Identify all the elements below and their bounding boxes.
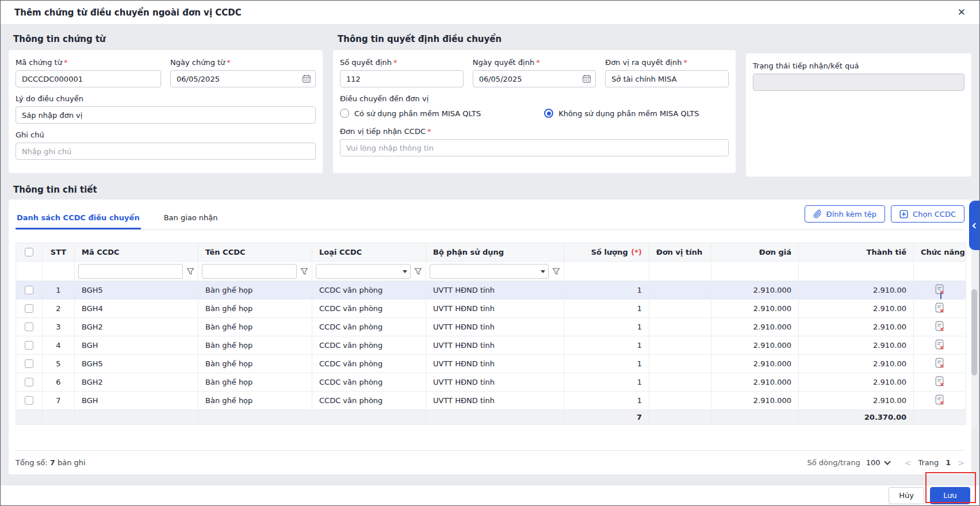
row-checkbox[interactable] [25,323,33,331]
dropdown-caret-icon[interactable] [541,270,545,273]
ccdc-table: STT Mã CCDC Tên CCDC Loại CCDC Bộ phận s… [16,243,964,425]
calendar-icon[interactable] [582,74,591,83]
table-row[interactable]: 4BGHBàn ghế họpCCDC văn phòngUVTT HĐND t… [16,336,966,355]
row-checkbox[interactable] [25,378,33,386]
ghi-chu-label: Ghi chú [16,131,316,139]
filter-ten-ccdc-input[interactable] [202,264,297,279]
select-all-checkbox[interactable] [25,248,33,256]
cell-so-luong: 1 [564,355,649,373]
filter-funnel-icon[interactable] [186,267,194,275]
remove-row-icon[interactable] [934,302,945,314]
remove-row-icon[interactable] [934,394,945,406]
next-page-button[interactable]: > [958,458,964,467]
save-button[interactable]: Lưu [930,487,970,504]
status-card: Trạng thái tiếp nhận/kết quả [746,53,971,177]
row-checkbox[interactable] [25,359,33,368]
transfer-document-dialog: Thêm chứng từ điều chuyển ngoài đơn vị C… [0,0,980,506]
decision-info-heading: Thông tin quyết định điều chuyển [338,34,736,44]
col-chuc-nang: Chức năng [914,243,966,262]
ma-chung-tu-input[interactable] [16,70,161,87]
remove-row-icon[interactable] [934,283,945,296]
remove-row-icon[interactable] [934,320,945,332]
don-vi-tiep-nhan-input[interactable] [340,139,729,156]
row-checkbox[interactable] [25,286,33,294]
attach-file-button[interactable]: Đính kèm tệp [805,205,886,223]
dialog-body: Thông tin chứng từ Mã chứng từ* Ngày chứ… [1,25,979,474]
table-row[interactable]: 1BGH5Bàn ghế họpCCDC văn phòngUVTT HĐND … [16,281,966,300]
tab-danh-sach-ccdc[interactable]: Danh sách CCDC điều chuyển [16,206,141,229]
so-quyet-dinh-input[interactable] [340,70,464,87]
table-scrollbar-thumb[interactable] [971,289,977,375]
table-row[interactable]: 2BGH4Bàn ghế họpCCDC văn phòngUVTT HĐND … [16,300,966,318]
ngay-quyet-dinh-input[interactable] [473,70,596,87]
table-row[interactable]: 6BGH2Bàn ghế họpCCDC văn phòngUVTT HĐND … [16,373,966,392]
table-pager: Tổng số: 7 bản ghi Số dòng/trang 100 < T… [16,450,964,474]
ly-do-input[interactable] [16,106,316,124]
cell-ma-ccdc: BGH5 [75,281,198,300]
don-vi-ra-quyet-dinh-input[interactable] [605,70,729,87]
row-checkbox[interactable] [25,304,33,313]
cell-ma-ccdc: BGH [75,336,198,355]
cell-don-vi-tinh [649,318,711,336]
filter-funnel-icon[interactable] [300,267,308,275]
table-row[interactable]: 5BGH5Bàn ghế họpCCDC văn phòngUVTT HĐND … [16,355,966,373]
dialog-titlebar: Thêm chứng từ điều chuyển ngoài đơn vị C… [1,1,979,25]
filter-funnel-icon[interactable] [414,267,422,275]
radio-co-su-dung-misa-qlts[interactable]: Có sử dụng phần mềm MISA QLTS [340,109,481,118]
cell-ma-ccdc: BGH2 [75,373,198,392]
ghi-chu-input[interactable] [16,143,316,160]
document-info-column: Thông tin chứng từ Mã chứng từ* Ngày chứ… [9,29,323,177]
software-radio-group: Có sử dụng phần mềm MISA QLTS Không sử d… [340,109,729,118]
ma-chung-tu-label: Mã chứng từ [16,58,62,67]
row-checkbox[interactable] [25,341,33,350]
cell-don-gia: 2.910.000 [711,336,799,355]
cell-bo-phan: UVTT HĐND tỉnh [426,355,564,373]
cell-bo-phan: UVTT HĐND tỉnh [426,392,564,410]
prev-page-button[interactable]: < [905,458,912,467]
radio-option-label: Có sử dụng phần mềm MISA QLTS [354,109,481,118]
cell-thanh-tien: 2.910.00 [799,392,914,410]
chevron-down-icon [884,458,890,465]
tab-ban-giao-nhan[interactable]: Ban giao nhận [163,206,219,229]
remove-row-icon[interactable] [934,339,945,351]
choose-ccdc-button[interactable]: Chọn CCDC [891,205,964,223]
table-scrollbar-track [971,249,977,428]
radio-selected-icon [544,109,553,118]
dropdown-caret-icon[interactable] [403,270,407,273]
calendar-icon[interactable] [302,74,311,83]
cell-ten-ccdc: Bàn ghế họp [198,318,312,336]
cell-ten-ccdc: Bàn ghế họp [198,300,312,318]
rows-per-page-select[interactable]: 100 [866,458,890,467]
ngay-chung-tu-input[interactable] [170,70,316,87]
filter-funnel-icon[interactable] [552,267,560,275]
filter-loai-ccdc-select[interactable] [316,264,411,279]
remove-row-icon[interactable] [934,375,945,388]
required-asterisk: * [227,58,231,67]
cell-thanh-tien: 2.910.00 [799,281,914,300]
cancel-button[interactable]: Hủy [889,487,924,504]
row-checkbox[interactable] [25,396,33,405]
cell-stt: 3 [43,318,75,336]
filter-ma-ccdc-input[interactable] [78,264,183,279]
cell-stt: 5 [43,355,75,373]
side-panel-handle[interactable] [969,201,979,250]
trang-thai-input [753,74,964,91]
filter-bo-phan-select[interactable] [430,264,549,279]
required-asterisk: * [683,58,687,67]
field-ly-do: Lý do điều chuyển [16,94,316,124]
close-icon[interactable]: ✕ [958,7,966,17]
table-row[interactable]: 3BGH2Bàn ghế họpCCDC văn phòngUVTT HĐND … [16,318,966,336]
table-row[interactable]: 7BGHBàn ghế họpCCDC văn phòngUVTT HĐND t… [16,392,966,410]
field-trang-thai: Trạng thái tiếp nhận/kết quả [753,62,964,91]
required-asterisk: * [427,127,431,136]
cell-don-vi-tinh [649,281,711,300]
so-quyet-dinh-label: Số quyết định [340,58,392,67]
cell-bo-phan: UVTT HĐND tỉnh [426,373,564,392]
cell-loai-ccdc: CCDC văn phòng [312,318,426,336]
remove-row-icon[interactable] [934,357,945,369]
field-so-quyet-dinh: Số quyết định* [340,58,464,87]
ngay-quyet-dinh-label: Ngày quyết định [473,58,535,67]
radio-khong-su-dung-misa-qlts[interactable]: Không sử dụng phần mềm MISA QLTS [544,109,699,118]
status-column: Trạng thái tiếp nhận/kết quả [746,29,971,177]
don-vi-ra-quyet-dinh-label: Đơn vị ra quyết định [605,58,682,67]
